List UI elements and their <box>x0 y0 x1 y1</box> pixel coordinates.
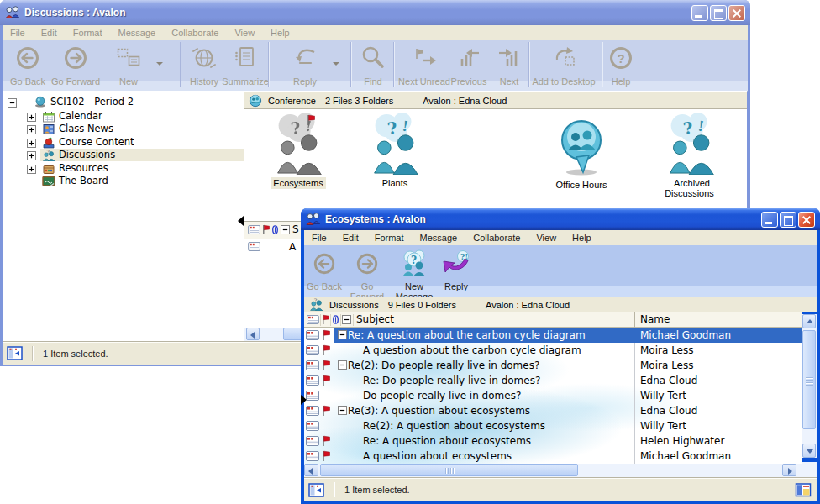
tree-item-course-content[interactable]: Course Content <box>59 136 134 149</box>
message-row[interactable]: Re: Do people really live in domes? Edna… <box>304 373 802 388</box>
toggle-pane-icon[interactable] <box>308 482 325 498</box>
column-subject[interactable]: Subject <box>356 313 394 325</box>
reply-hand-icon <box>292 45 318 71</box>
horizontal-scrollbar[interactable] <box>304 464 802 477</box>
menu-help[interactable]: Help <box>271 28 290 38</box>
thread-collapse-icon[interactable] <box>338 406 347 415</box>
add-to-desktop-button[interactable]: Add to Desktop <box>530 43 597 88</box>
scroll-down-button[interactable] <box>802 444 816 458</box>
go-back-button[interactable]: Go Back <box>3 43 53 88</box>
tree-root-course[interactable]: SCI102 - Period 2 <box>50 96 134 108</box>
message-icon[interactable] <box>248 225 260 234</box>
message-row[interactable]: Re: A question about ecosystems Helen Hi… <box>304 433 802 449</box>
tree-item-discussions[interactable]: Discussions <box>59 149 115 161</box>
find-button[interactable]: Find <box>347 43 399 88</box>
view-layout-icon[interactable] <box>795 482 812 498</box>
close-button[interactable] <box>728 5 745 21</box>
message-row[interactable]: Re(2): A question about ecosystems Willy… <box>304 418 802 433</box>
menu-edit[interactable]: Edit <box>41 28 57 38</box>
message-row[interactable]: Do people really live in domes? Willy Te… <box>304 388 802 403</box>
thread-collapse-icon[interactable] <box>338 330 347 339</box>
menu-help[interactable]: Help <box>572 233 591 243</box>
message-row[interactable]: Re(3): A question about ecosystems Edna … <box>304 403 802 418</box>
tree-item-the-board[interactable]: The Board <box>59 175 108 187</box>
go-back-button[interactable]: Go Back <box>304 248 344 293</box>
vertical-scrollbar[interactable] <box>802 314 817 458</box>
flag-icon[interactable] <box>262 224 270 235</box>
go-forward-button[interactable]: Go Forward <box>50 43 102 88</box>
titlebar-ecosystems[interactable]: Ecosystems : Avalon <box>301 208 820 230</box>
expand-expander-icon[interactable] <box>27 113 36 122</box>
circle-arrow-left-icon <box>15 45 40 71</box>
maximize-button[interactable] <box>780 212 796 228</box>
scroll-left-button[interactable] <box>246 328 260 340</box>
tree-item-class-news[interactable]: Class News <box>59 123 113 135</box>
conference-item-archived-discussions[interactable]: Archived Discussions <box>659 111 723 175</box>
expand-expander-icon[interactable] <box>27 125 36 134</box>
menu-file[interactable]: File <box>10 28 25 38</box>
scroll-left-button[interactable] <box>304 464 318 476</box>
subject-column-header-partial[interactable]: S <box>292 223 299 235</box>
close-button[interactable] <box>798 212 815 228</box>
conference-item-office-hours[interactable]: Office Hours <box>549 113 613 176</box>
menu-view[interactable]: View <box>234 28 255 38</box>
message-icon <box>306 375 319 386</box>
message-icon <box>306 391 319 401</box>
message-row[interactable]: A question about the carbon cycle diagra… <box>304 343 802 358</box>
scrollbar-thumb[interactable] <box>320 464 578 476</box>
minimize-button[interactable] <box>761 212 778 228</box>
scroll-right-button[interactable] <box>782 464 796 476</box>
reply-button[interactable]: Reply <box>439 248 474 293</box>
flag-icon[interactable] <box>322 314 329 325</box>
toggle-pane-icon[interactable] <box>7 345 24 361</box>
collapse-all-icon[interactable] <box>342 315 351 324</box>
thread-collapse-icon[interactable] <box>338 360 347 370</box>
pane-counts: 9 Files 0 Folders <box>388 300 456 310</box>
new-button[interactable]: New <box>102 43 155 88</box>
menu-message[interactable]: Message <box>118 28 156 38</box>
conference-item-ecosystems[interactable]: Ecosystems <box>266 111 330 175</box>
conference-item-plants[interactable]: Plants <box>363 111 427 175</box>
maximize-button[interactable] <box>710 5 727 21</box>
collapse-all-icon[interactable] <box>281 225 290 234</box>
menu-edit[interactable]: Edit <box>343 233 359 243</box>
next-button[interactable]: Next <box>485 43 534 88</box>
reply-dropdown-arrow-icon[interactable] <box>333 62 339 66</box>
window-title: Discussions : Avalon <box>24 7 687 18</box>
message-row[interactable]: Re(2): Do people really live in domes? M… <box>304 358 802 373</box>
scrollbar-thumb[interactable] <box>802 330 816 429</box>
tree-item-resources[interactable]: Resources <box>59 162 108 175</box>
tree-item-calendar[interactable]: Calendar <box>59 110 102 123</box>
minimize-button[interactable] <box>691 5 708 21</box>
pane-collapse-arrow-icon[interactable] <box>238 216 244 226</box>
expand-expander-icon[interactable] <box>27 151 36 160</box>
menu-collaborate[interactable]: Collaborate <box>473 233 520 243</box>
go-forward-button[interactable]: Go Forward <box>343 248 392 293</box>
expand-expander-icon[interactable] <box>27 165 36 174</box>
message-icon[interactable] <box>307 315 319 324</box>
column-name[interactable]: Name <box>640 313 670 325</box>
message-author: Willy Tert <box>640 388 686 403</box>
expand-expander-icon[interactable] <box>27 139 36 148</box>
attachment-icon[interactable] <box>332 314 339 325</box>
menu-view[interactable]: View <box>536 233 556 243</box>
menu-format[interactable]: Format <box>375 233 404 243</box>
new-dropdown-arrow-icon[interactable] <box>156 62 163 66</box>
menu-message[interactable]: Message <box>420 233 458 243</box>
pane-expand-arrow-icon[interactable] <box>301 395 307 405</box>
new-message-button[interactable]: New Message <box>386 248 442 293</box>
new-message-cloud-icon <box>400 249 428 276</box>
menu-format[interactable]: Format <box>73 28 102 38</box>
summarize-button[interactable]: Summarize <box>219 43 271 88</box>
attachment-icon[interactable] <box>271 224 279 235</box>
help-button[interactable]: Help <box>596 43 646 88</box>
message-row[interactable]: A question about ecosystems Michael Good… <box>304 449 802 464</box>
reply-button[interactable]: Reply <box>278 43 332 88</box>
collapse-expander-icon[interactable] <box>8 98 17 108</box>
message-row[interactable]: Re: A question about the carbon cycle di… <box>304 328 802 343</box>
menu-collaborate[interactable]: Collaborate <box>171 28 218 38</box>
titlebar-discussions[interactable]: Discussions : Avalon <box>0 0 750 25</box>
scroll-up-button[interactable] <box>802 314 816 328</box>
menu-file[interactable]: File <box>312 233 327 243</box>
flag-icon <box>322 405 330 417</box>
